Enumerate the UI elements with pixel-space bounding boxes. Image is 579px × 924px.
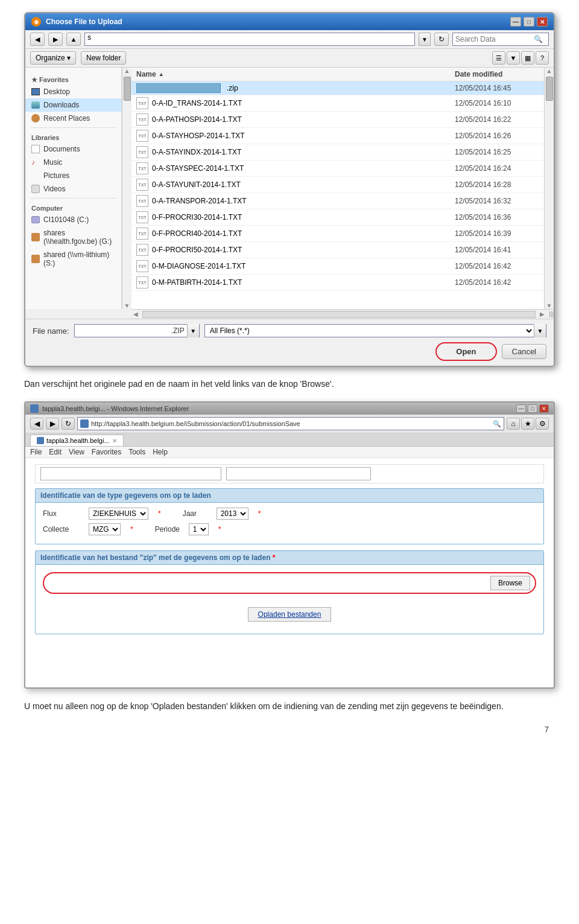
hscroll-left[interactable]: ◀ — [131, 311, 140, 317]
file-path-input[interactable] — [49, 576, 486, 590]
browser-maximize-button[interactable]: □ — [528, 404, 537, 413]
table-row[interactable]: TXT 0-A-STAYINDX-2014-1.TXT 12/05/2014 1… — [131, 144, 544, 161]
browser-forward-button[interactable]: ▶ — [46, 418, 59, 430]
periode-select[interactable]: 1 — [189, 523, 209, 535]
browser-title-text: tappla3.health.belgi... - Windows Intern… — [42, 405, 189, 412]
sidebar-item-music[interactable]: ♪ Music — [25, 156, 121, 169]
forward-button[interactable]: ▶ — [48, 33, 63, 46]
file-date-cell: 12/05/2014 16:39 — [455, 229, 539, 238]
desktop-icon — [31, 88, 40, 95]
browser-tab-active[interactable]: tappla3.health.belgi... ✕ — [30, 435, 124, 446]
table-row[interactable]: TXT 0-A-STAYUNIT-2014-1.TXT 12/05/2014 1… — [131, 177, 544, 193]
file-date-cell: 12/05/2014 16:42 — [455, 262, 539, 270]
browser-close-button[interactable]: ✕ — [539, 404, 549, 413]
table-row[interactable]: TXT 0-F-PROCRI30-2014-1.TXT 12/05/2014 1… — [131, 209, 544, 226]
tab-close-button[interactable]: ✕ — [112, 438, 117, 444]
documents-icon — [31, 145, 40, 153]
filename-input[interactable] — [75, 327, 171, 335]
help-button[interactable]: ? — [536, 51, 549, 65]
table-row[interactable]: TXT 0-A-TRANSPOR-2014-1.TXT 12/05/2014 1… — [131, 193, 544, 209]
path-dropdown-button[interactable]: ▼ — [419, 33, 431, 46]
open-button[interactable]: Open — [441, 345, 490, 358]
close-button[interactable]: ✕ — [537, 17, 548, 27]
table-row[interactable]: TXT 0-M-PATBIRTH-2014-1.TXT 12/05/2014 1… — [131, 275, 544, 291]
menu-view[interactable]: View — [69, 448, 84, 456]
sidebar-item-g-drive[interactable]: shares (\\health.fgov.be) (G:) — [25, 226, 121, 248]
browser-favicon — [30, 404, 39, 413]
menu-tools[interactable]: Tools — [128, 448, 145, 456]
menu-help[interactable]: Help — [153, 448, 168, 456]
table-row[interactable]: TXT 0-A-STAYSPEC-2014-1.TXT 12/05/2014 1… — [131, 161, 544, 177]
filename-dropdown-button[interactable]: ▼ — [187, 324, 199, 337]
hscroll-right[interactable]: ▶ — [538, 311, 546, 317]
jaar-select[interactable]: 2013 — [217, 508, 248, 520]
nav-scrollbar[interactable]: ▲ ▼ — [122, 68, 131, 309]
up-button[interactable]: ▲ — [66, 33, 81, 46]
sidebar-item-documents[interactable]: Documents — [25, 142, 121, 156]
form-top-input[interactable] — [40, 467, 221, 480]
back-button[interactable]: ◀ — [30, 33, 45, 46]
browser-star-button[interactable]: ★ — [521, 418, 534, 430]
sidebar-item-desktop[interactable]: Desktop — [25, 85, 121, 98]
browser-window: tappla3.health.belgi... - Windows Intern… — [24, 401, 555, 689]
url-favicon — [80, 419, 89, 428]
nav-scroll-down[interactable]: ▼ — [124, 302, 130, 309]
sidebar-item-recent[interactable]: Recent Places — [25, 112, 121, 125]
txt-file-icon: TXT — [136, 146, 148, 158]
organize-button[interactable]: Organize ▾ — [30, 51, 76, 65]
file-scroll-thumb[interactable] — [546, 77, 553, 101]
menu-file[interactable]: File — [30, 448, 42, 456]
maximize-button[interactable]: □ — [524, 17, 534, 27]
browser-minimize-button[interactable]: — — [516, 404, 526, 413]
sidebar-item-pictures[interactable]: Pictures — [25, 169, 121, 182]
browser-refresh-button[interactable]: ↻ — [62, 418, 75, 430]
collecte-select[interactable]: MZG — [89, 523, 121, 535]
upload-button[interactable]: Opladen bestanden — [248, 607, 332, 622]
table-row[interactable]: TXT 0-A-PATHOSPI-2014-1.TXT 12/05/2014 1… — [131, 112, 544, 128]
txt-file-icon: TXT — [136, 276, 148, 288]
filetype-wrapper: All Files (*.*) ▼ — [204, 324, 546, 337]
view-list-button[interactable]: ☰ — [492, 51, 505, 65]
file-name-cell: TXT 0-F-PROCRI30-2014-1.TXT — [136, 211, 455, 223]
minimize-button[interactable]: — — [510, 17, 521, 27]
search-input[interactable] — [455, 35, 534, 43]
sidebar-item-c-drive[interactable]: CI101048 (C:) — [25, 213, 121, 226]
sidebar-item-s-drive[interactable]: shared (\\vm-lithium) (S:) — [25, 248, 121, 270]
nav-panel: ★ Favorites Desktop Downloads Recent Pla… — [25, 68, 122, 309]
file-scroll-up[interactable]: ▲ — [546, 68, 552, 74]
videos-icon — [31, 185, 40, 193]
file-upload-dialog: ⊕ Choose File to Upload — □ ✕ ◀ ▶ ▲ s ▼ … — [24, 12, 555, 367]
table-row[interactable]: TXT 0-F-PROCRI40-2014-1.TXT 12/05/2014 1… — [131, 226, 544, 242]
sidebar-item-downloads[interactable]: Downloads — [25, 98, 121, 112]
table-row[interactable]: TXT 0-A-ID_TRANS-2014-1.TXT 12/05/2014 1… — [131, 95, 544, 112]
table-row[interactable]: TXT 0-A-STAYHOSP-2014-1.TXT 12/05/2014 1… — [131, 128, 544, 144]
browser-tools-button[interactable]: ⚙ — [536, 418, 549, 430]
nav-scroll-thumb[interactable] — [124, 77, 131, 101]
menu-edit[interactable]: Edit — [49, 448, 62, 456]
browser-back-button[interactable]: ◀ — [30, 418, 43, 430]
view-dropdown-button[interactable]: ▼ — [507, 51, 520, 65]
horizontal-scrollbar[interactable]: ◀ ▶ ||| — [131, 309, 554, 319]
filetype-dropdown-button[interactable]: ▼ — [534, 324, 546, 337]
table-row[interactable]: TXT 0-F-PROCRI50-2014-1.TXT 12/05/2014 1… — [131, 242, 544, 258]
file-scrollbar[interactable]: ▲ ▼ — [544, 68, 554, 309]
filetype-select[interactable]: All Files (*.*) — [205, 326, 534, 336]
new-folder-button[interactable]: New folder — [81, 51, 126, 65]
browse-button[interactable]: Browse — [490, 576, 530, 590]
menu-favorites[interactable]: Favorites — [92, 448, 121, 456]
table-row[interactable]: .zip 12/05/2014 16:45 — [131, 81, 544, 95]
file-date-cell: 12/05/2014 16:41 — [455, 246, 539, 254]
form-top-input2[interactable] — [226, 467, 371, 480]
table-row[interactable]: TXT 0-M-DIAGNOSE-2014-1.TXT 12/05/2014 1… — [131, 258, 544, 275]
view-split-button[interactable]: ▦ — [521, 51, 534, 65]
path-input[interactable]: s — [84, 33, 415, 46]
cancel-button[interactable]: Cancel — [502, 344, 546, 359]
selected-file-highlight — [136, 83, 221, 93]
search-box: 🔍 — [452, 33, 549, 46]
nav-scroll-up[interactable]: ▲ — [124, 68, 130, 74]
flux-select[interactable]: ZIEKENHUIS — [89, 508, 148, 520]
refresh-button[interactable]: ↻ — [434, 33, 449, 46]
sidebar-item-videos[interactable]: Videos — [25, 182, 121, 196]
file-scroll-down[interactable]: ▼ — [546, 302, 552, 309]
browser-home-button[interactable]: ⌂ — [507, 418, 520, 430]
